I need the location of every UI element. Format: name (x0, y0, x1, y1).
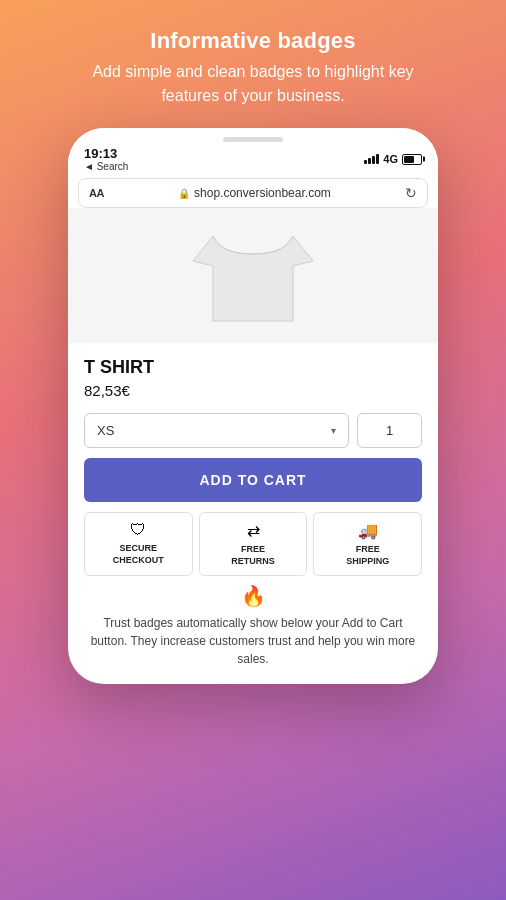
chevron-down-icon: ▾ (331, 425, 336, 436)
url-bar[interactable]: AA 🔒 shop.conversionbear.com ↻ (78, 178, 428, 208)
lock-icon: 🔒 (178, 188, 190, 199)
add-to-cart-button[interactable]: ADD TO CART (84, 458, 422, 502)
signal-bar-4 (376, 154, 379, 164)
signal-bar-2 (368, 158, 371, 164)
shipping-icon: 🚚 (358, 521, 378, 540)
badges-row: 🛡 SECURECHECKOUT ⇄ FREERETURNS 🚚 FREESHI… (84, 512, 422, 576)
returns-icon: ⇄ (247, 521, 260, 540)
status-time: 19:13 (84, 146, 128, 161)
network-label: 4G (383, 153, 398, 165)
phone-notch (223, 137, 283, 142)
product-name: T SHIRT (84, 357, 422, 378)
status-search: ◄ Search (84, 161, 128, 172)
status-bar: 19:13 ◄ Search 4G (68, 140, 438, 174)
battery-icon (402, 154, 422, 165)
url-aa-label: AA (89, 187, 104, 199)
badge-returns-label: FREERETURNS (231, 544, 275, 567)
battery-fill (404, 156, 414, 163)
fire-emoji: 🔥 (84, 584, 422, 608)
url-text: 🔒 shop.conversionbear.com (112, 186, 397, 200)
header-title: Informative badges (83, 28, 423, 54)
bottom-section: 🔥 Trust badges automatically show below … (68, 584, 438, 668)
signal-bars-icon (364, 154, 379, 164)
signal-bar-1 (364, 160, 367, 164)
badge-shipping-label: FREESHIPPING (346, 544, 389, 567)
badge-free-returns: ⇄ FREERETURNS (199, 512, 308, 576)
badge-secure-label: SECURECHECKOUT (113, 543, 164, 566)
shield-icon: 🛡 (130, 521, 146, 539)
signal-bar-3 (372, 156, 375, 164)
status-left: 19:13 ◄ Search (84, 146, 128, 172)
footer-text: Trust badges automatically show below yo… (84, 614, 422, 668)
header-section: Informative badges Add simple and clean … (83, 28, 423, 108)
product-tshirt-image (183, 216, 323, 336)
product-controls: XS ▾ 1 (84, 413, 422, 448)
quantity-input[interactable]: 1 (357, 413, 422, 448)
badge-free-shipping: 🚚 FREESHIPPING (313, 512, 422, 576)
size-select[interactable]: XS ▾ (84, 413, 349, 448)
phone-frame: 19:13 ◄ Search 4G AA 🔒 shop.conversionbe… (68, 128, 438, 684)
badge-secure-checkout: 🛡 SECURECHECKOUT (84, 512, 193, 576)
header-subtitle: Add simple and clean badges to highlight… (83, 60, 423, 108)
size-value: XS (97, 423, 114, 438)
status-right: 4G (364, 153, 422, 165)
product-image-area (68, 208, 438, 343)
phone-top-bar (68, 128, 438, 140)
product-info: T SHIRT 82,53€ XS ▾ 1 ADD TO CART 🛡 SECU… (68, 343, 438, 576)
refresh-icon[interactable]: ↻ (405, 185, 417, 201)
product-price: 82,53€ (84, 382, 422, 399)
